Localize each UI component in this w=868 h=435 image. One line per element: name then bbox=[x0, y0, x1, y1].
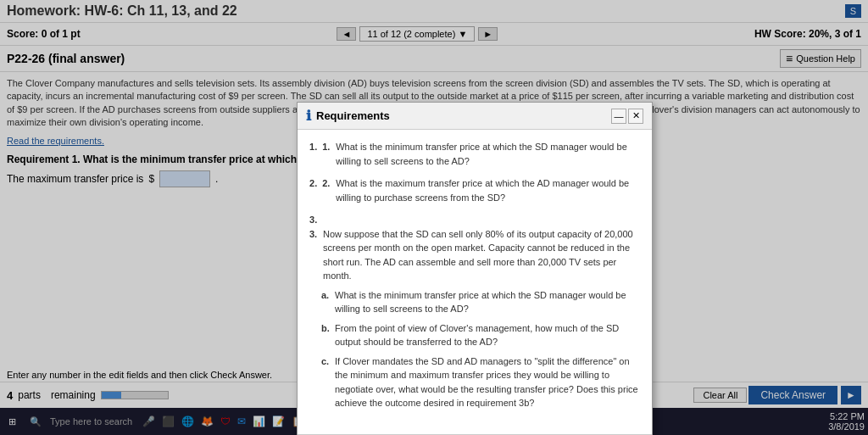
page-wrapper: Homework: HW-6: Ch 11, 13, and 22 S Scor… bbox=[0, 0, 868, 435]
req-1-text: What is the minimum transfer price at wh… bbox=[336, 140, 640, 168]
req-3c-text: If Clover mandates the SD and AD manager… bbox=[335, 356, 638, 409]
list-item: From the point of view of Clover's manag… bbox=[321, 321, 640, 349]
modal-header: ℹ Requirements — ✕ bbox=[298, 103, 652, 130]
req-2-text: What is the maximum transfer price at wh… bbox=[336, 176, 640, 204]
list-item: If Clover mandates the SD and AD manager… bbox=[321, 354, 640, 410]
list-item: 3. Now suppose that the SD can sell only… bbox=[309, 213, 640, 415]
requirements-modal: ℹ Requirements — ✕ 1. What is the minimu… bbox=[297, 102, 653, 435]
list-item: 1. What is the minimum transfer price at… bbox=[309, 140, 640, 168]
requirements-list: 1. What is the minimum transfer price at… bbox=[309, 140, 640, 415]
list-item: What is the minimum transfer price at wh… bbox=[321, 288, 640, 316]
modal-title-row: ℹ Requirements bbox=[306, 108, 390, 124]
req-3a-text: What is the minimum transfer price at wh… bbox=[335, 290, 626, 315]
modal-body: 1. What is the minimum transfer price at… bbox=[298, 130, 652, 434]
info-icon: ℹ bbox=[306, 108, 311, 124]
list-item: 2. What is the maximum transfer price at… bbox=[309, 176, 640, 204]
modal-minimize-button[interactable]: — bbox=[611, 109, 626, 124]
req-3b-text: From the point of view of Clover's manag… bbox=[335, 323, 619, 348]
sub-list: What is the minimum transfer price at wh… bbox=[321, 288, 640, 415]
modal-title: Requirements bbox=[316, 109, 390, 122]
modal-controls: — ✕ bbox=[611, 109, 643, 124]
modal-close-button[interactable]: ✕ bbox=[628, 109, 643, 124]
req-3-text: Now suppose that the SD can sell only 80… bbox=[323, 227, 640, 283]
modal-overlay: ℹ Requirements — ✕ 1. What is the minimu… bbox=[0, 0, 868, 435]
